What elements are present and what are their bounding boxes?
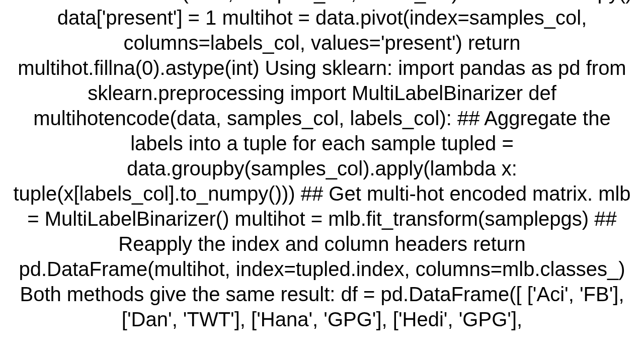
code-text-body: def multihotencode(data, samples_col, la… (10, 0, 634, 332)
document-page: def multihotencode(data, samples_col, la… (0, 0, 644, 362)
